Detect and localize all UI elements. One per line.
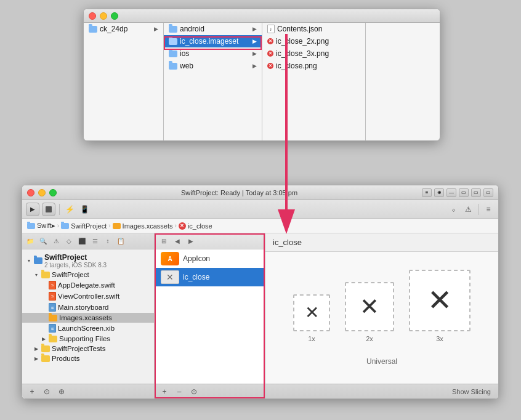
xcode-view-btn-1[interactable]: ≡ — [422, 188, 432, 197]
nav-tree: ▾ SwiftProject 2 targets, iOS SDK 8.3 ▾ … — [22, 249, 154, 384]
tests-disclosure[interactable]: ▶ — [33, 345, 39, 352]
nav-root[interactable]: ▾ SwiftProject 2 targets, iOS SDK 8.3 — [22, 252, 154, 270]
finder-file-3x[interactable]: ✕ ic_close_3x.png — [262, 47, 365, 60]
view-toggle-icon[interactable]: ≡ — [482, 203, 495, 216]
bc-swift-icon — [27, 223, 35, 229]
minimize-button[interactable] — [100, 12, 107, 20]
bc-swift[interactable]: Swift▸ — [37, 222, 55, 230]
warning-icon[interactable]: ⚠ — [462, 203, 474, 216]
arrow-icon-web: ▶ — [252, 63, 257, 69]
xcode-min-button[interactable] — [38, 189, 46, 196]
nav-debug-icon[interactable]: ⬛ — [76, 236, 87, 247]
nav-report-icon[interactable]: ☰ — [89, 236, 100, 247]
run-button[interactable]: ▶ — [26, 203, 39, 216]
maximize-button[interactable] — [111, 12, 118, 20]
remove-asset-button[interactable]: – — [174, 387, 184, 397]
image-slot-3x: ✕ 3x — [409, 270, 471, 342]
slot-label-2x: 2x — [366, 335, 373, 342]
x-badge: ✕ — [267, 38, 273, 44]
xcode-window-title: SwiftProject: Ready | Today at 3:05 pm — [60, 189, 418, 196]
nav-test-icon[interactable]: ◇ — [63, 236, 75, 247]
asset-option-button[interactable]: ⊙ — [189, 387, 199, 397]
scheme-icon[interactable]: ⚡ — [63, 203, 76, 216]
bc-project[interactable]: SwiftProject — [71, 222, 107, 230]
slot-label-3x: 3x — [436, 335, 443, 342]
finder-file-1x[interactable]: ✕ ic_close.png — [262, 60, 365, 72]
filter-icon[interactable]: ⊙ — [42, 387, 52, 397]
root-label: SwiftProject — [44, 253, 107, 262]
finder-item-icclose-imageset[interactable]: ic_close.imageset ▶ — [164, 35, 262, 47]
nav-images-xcassets[interactable]: ▶ Images.xcassets — [22, 313, 154, 323]
finder-file-2x[interactable]: ✕ ic_close_2x.png — [262, 35, 365, 47]
x-badge-3x: ✕ — [267, 50, 273, 57]
bc-icclose[interactable]: ic_close — [188, 222, 212, 230]
root-subtitle: 2 targets, iOS SDK 8.3 — [44, 262, 107, 269]
close-button[interactable] — [89, 12, 96, 20]
device-icon[interactable]: 📱 — [78, 203, 91, 216]
xcode-view-btn-6[interactable]: ▭ — [483, 188, 493, 197]
nav-warning-icon[interactable]: ⚠ — [50, 236, 62, 247]
folder-disclosure[interactable]: ▾ — [33, 272, 39, 278]
slot-label-1x: 1x — [308, 335, 315, 342]
assets-grid-icon[interactable]: ⊞ — [158, 236, 169, 247]
arrow-icon-sel: ▶ — [252, 38, 257, 44]
tests-folder-icon — [41, 345, 50, 352]
nav-launchscreen[interactable]: ▶ ⊞ LaunchScreen.xib — [22, 323, 154, 334]
supp-disclosure[interactable]: ▶ — [41, 336, 47, 342]
nav-log-icon[interactable]: 📋 — [115, 236, 126, 247]
nav-xib-label: LaunchScreen.xib — [58, 325, 115, 332]
add-asset-button[interactable]: + — [160, 387, 169, 397]
file-icon: j — [267, 25, 275, 33]
show-slicing-button[interactable]: Show Slicing — [452, 388, 491, 395]
finder-col2-android: android — [180, 25, 204, 33]
supp-folder-icon — [49, 336, 57, 342]
image-slot-2x: ✕ 2x — [345, 282, 394, 342]
nav-search-icon[interactable]: 🔍 — [38, 236, 49, 247]
nav-swiftproject-folder[interactable]: ▾ SwiftProject — [22, 270, 154, 280]
stop-button[interactable] — [42, 203, 55, 216]
bc-sep1: › — [57, 222, 59, 229]
imageset-preview: ✕ — [161, 270, 179, 284]
root-disclosure[interactable]: ▾ — [26, 258, 32, 264]
xcode-view-btn-5[interactable]: ▭ — [471, 188, 481, 197]
slot-box-2x[interactable]: ✕ — [345, 282, 394, 331]
assets-next-icon[interactable]: ▶ — [185, 236, 196, 247]
xcode-view-btn-2[interactable]: ⊕ — [434, 188, 444, 197]
finder-item-ck24dp[interactable]: ck_24dp ▶ — [84, 23, 163, 35]
nav-mainstoryboard[interactable]: ▶ ⊞ Main.storyboard — [22, 302, 154, 313]
file-label-3x: ic_close_3x.png — [276, 49, 329, 58]
universal-label: Universal — [366, 357, 397, 366]
nav-viewcontroller[interactable]: ▶ S ViewController.swift — [22, 291, 154, 302]
bc-sep2: › — [108, 222, 110, 229]
nav-appdelegate[interactable]: ▶ S AppDelegate.swift — [22, 280, 154, 291]
finder-file-contents-json[interactable]: j Contents.json — [262, 23, 365, 35]
storyboard-icon: ⊞ — [49, 303, 56, 312]
folder-icon-web — [169, 63, 177, 70]
finder-item-web[interactable]: web ▶ — [164, 60, 262, 72]
extra-icon[interactable]: ⊕ — [57, 387, 67, 397]
breakpoint-icon[interactable]: ⬦ — [447, 203, 459, 216]
xcode-view-btn-3[interactable]: — — [446, 188, 456, 197]
nav-swiftprojecttests[interactable]: ▶ SwiftProjectTests — [22, 344, 154, 353]
nav-supporting-files[interactable]: ▶ Supporting Files — [22, 334, 154, 344]
folder-icon-ios — [169, 50, 177, 57]
xcode-view-btn-4[interactable]: ▭ — [459, 188, 469, 197]
finder-item-ios[interactable]: ios ▶ — [164, 47, 262, 60]
nav-source-icon[interactable]: ↕ — [102, 236, 113, 247]
folder-icon — [89, 26, 97, 33]
slot-box-3x[interactable]: ✕ — [409, 270, 471, 331]
nav-products[interactable]: ▶ Products — [22, 353, 154, 363]
prod-disclosure[interactable]: ▶ — [33, 355, 39, 361]
nav-folder-icon[interactable]: 📁 — [25, 236, 36, 247]
slot-box-1x[interactable]: ✕ — [293, 294, 330, 331]
assets-prev-icon[interactable]: ◀ — [172, 236, 183, 247]
nav-products-label: Products — [52, 355, 79, 362]
finder-item-android[interactable]: android ▶ — [164, 23, 262, 35]
xcode-max-button[interactable] — [49, 189, 57, 196]
asset-appiconset[interactable]: A AppIcon — [155, 249, 265, 268]
xcode-titlebar: SwiftProject: Ready | Today at 3:05 pm ≡… — [22, 185, 498, 200]
bc-xcassets[interactable]: Images.xcassets — [123, 222, 173, 230]
asset-icclose[interactable]: ✕ ic_close — [155, 268, 265, 286]
add-file-button[interactable]: + — [27, 387, 37, 397]
xcode-close-button[interactable] — [27, 189, 34, 196]
